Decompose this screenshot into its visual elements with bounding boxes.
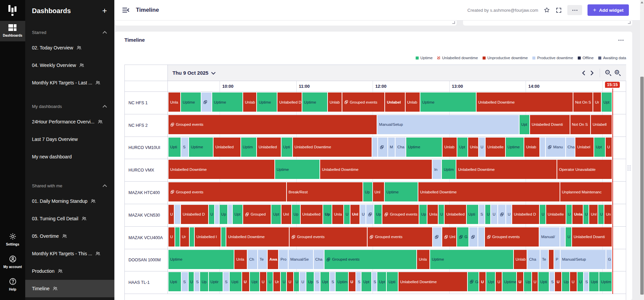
timeline-segment[interactable]: U xyxy=(583,205,589,224)
timeline-segment[interactable]: Unlabelled Downtime xyxy=(293,138,372,157)
timeline-segment[interactable]: S xyxy=(181,138,189,157)
sidebar-item-24hour-performance-overvi[interactable]: 24Hour Performance Overvi... xyxy=(25,113,114,130)
timeline-segment[interactable]: S xyxy=(479,205,485,224)
timeline-segment[interactable]: Unlabelle xyxy=(546,205,566,224)
timeline-segment[interactable]: Upti xyxy=(589,272,599,291)
timeline-segment[interactable] xyxy=(433,227,442,247)
timeline-segment[interactable]: Break/Rest xyxy=(287,182,363,201)
timeline-segment[interactable]: S xyxy=(550,272,555,291)
timeline-segment[interactable]: Unplanned Maintenanc xyxy=(560,182,612,201)
timeline-segment[interactable]: U xyxy=(491,205,497,224)
chevron-up-icon[interactable] xyxy=(103,31,107,35)
timeline-segment[interactable]: Up xyxy=(524,272,531,291)
timeline-segment[interactable] xyxy=(175,227,180,247)
timeline-segment[interactable]: Cha xyxy=(314,250,324,269)
timeline-segment[interactable]: Unlabelled Downtime xyxy=(168,160,274,179)
timeline-segment[interactable] xyxy=(190,227,194,247)
timeline-segment[interactable]: Upti xyxy=(467,205,478,224)
next-day-button[interactable] xyxy=(589,70,595,76)
timeline-segment[interactable]: S xyxy=(584,272,589,291)
timeline-segment[interactable]: Unlabel xyxy=(575,138,593,157)
timeline-segment[interactable]: Manual/Setup xyxy=(561,250,606,269)
timeline-segment[interactable]: Up xyxy=(306,272,314,291)
timeline-segment[interactable]: Unlab xyxy=(524,138,539,157)
timeline-segment[interactable]: U xyxy=(540,205,545,224)
prev-day-button[interactable] xyxy=(581,70,587,76)
sidebar-item-01-daily-morning-standup[interactable]: 01. Daily Morning Standup xyxy=(25,192,114,210)
sidebar-item-my-new-dashboard[interactable]: My new dashboard xyxy=(25,148,114,165)
timeline-segment[interactable]: M xyxy=(388,138,395,157)
timeline-segment[interactable]: Cha xyxy=(527,250,539,269)
timeline-segment[interactable] xyxy=(175,205,180,224)
timeline-segment[interactable]: S xyxy=(356,272,361,291)
timeline-segment[interactable] xyxy=(560,227,565,247)
timeline-segment[interactable]: S xyxy=(182,272,188,291)
timeline-segment[interactable]: Grouped events xyxy=(168,115,377,134)
timeline-segment[interactable]: Unla xyxy=(468,138,478,157)
timeline-segment[interactable]: Upt xyxy=(377,272,386,291)
timeline-segment[interactable] xyxy=(372,138,377,157)
timeline-segment[interactable]: Uptim xyxy=(241,138,256,157)
timeline-segment[interactable]: U xyxy=(281,272,286,291)
timeline-segment[interactable]: U xyxy=(349,272,355,291)
timeline-segment[interactable]: U xyxy=(598,205,603,224)
timeline-segment[interactable]: Uptime xyxy=(212,92,242,112)
sidebar-item-02-today-overview[interactable]: 02. Today Overview xyxy=(25,39,114,57)
timeline-segment[interactable]: Grouped events xyxy=(325,250,416,269)
timeline-segment[interactable] xyxy=(469,227,478,247)
timeline-segment[interactable]: Unlab xyxy=(406,92,420,112)
timeline-segment[interactable]: Unlabelled xyxy=(214,138,240,157)
timeline-segment[interactable]: Upt xyxy=(233,205,242,224)
timeline-segment[interactable]: Ur xyxy=(593,92,601,112)
timeline-segment[interactable]: Awa xyxy=(268,250,278,269)
timeline-segment[interactable]: Gr xyxy=(468,272,479,291)
timeline-segment[interactable]: Manual/Setup xyxy=(377,115,519,134)
timeline-segment[interactable]: S xyxy=(372,272,377,291)
collapse-sidebar-icon[interactable] xyxy=(122,6,130,14)
timeline-segment[interactable] xyxy=(478,227,484,247)
timeline-segment[interactable]: U xyxy=(168,205,174,224)
timeline-segment[interactable]: Uptim xyxy=(442,160,456,179)
timeline-segment[interactable]: U xyxy=(606,138,612,157)
timeline-segment[interactable]: Unlabelled I xyxy=(195,227,221,247)
timeline-segment[interactable]: Uptime xyxy=(189,138,213,157)
timeline-segment[interactable]: Ur xyxy=(273,272,280,291)
timeline-segment[interactable]: Uptime xyxy=(385,182,418,201)
timeline-segment[interactable]: U xyxy=(496,272,502,291)
timeline-segment[interactable]: Upt xyxy=(320,272,329,291)
timeline-segment[interactable]: Unlabelled Downtime xyxy=(418,182,559,201)
rail-item-help[interactable]: Help xyxy=(0,275,25,295)
timeline-segment[interactable]: Grouped events xyxy=(290,227,367,247)
sidebar-item-03-turning-cell-detail[interactable]: 03. Turning Cell Detail xyxy=(25,210,114,227)
timeline-segment[interactable]: G xyxy=(606,250,612,269)
widget-more-button[interactable] xyxy=(618,40,623,41)
timeline-segment[interactable] xyxy=(221,227,226,247)
timeline-segment[interactable]: U xyxy=(517,272,523,291)
timeline-segment[interactable]: Uptime xyxy=(257,92,277,112)
timeline-segment[interactable]: Unlabelled Downtime xyxy=(320,160,432,179)
fullscreen-button[interactable] xyxy=(556,7,562,13)
timeline-segment[interactable]: U xyxy=(209,205,214,224)
timeline-segment[interactable] xyxy=(498,205,505,224)
date-picker[interactable]: Thu 9 Oct 2025 xyxy=(168,70,215,76)
timeline-segment[interactable]: Grouped events xyxy=(485,227,539,247)
zoom-out-button[interactable]: − xyxy=(605,69,612,77)
timeline-segment[interactable]: Not On S xyxy=(573,92,593,112)
timeline-segment[interactable]: Up xyxy=(323,205,332,224)
timeline-segment[interactable]: U xyxy=(360,205,366,224)
timeline-segment[interactable]: Operator Unavailable xyxy=(557,160,612,179)
timeline-segment[interactable]: Uptime xyxy=(430,250,513,269)
timeline-segment[interactable]: Te xyxy=(258,250,267,269)
timeline-segment[interactable]: Grouped events xyxy=(168,182,286,201)
star-button[interactable] xyxy=(543,7,550,13)
timeline-segment[interactable]: Unlab xyxy=(328,92,342,112)
timeline-segment[interactable]: Upt xyxy=(271,205,280,224)
timeline-segment[interactable]: Unlab xyxy=(443,138,457,157)
timeline-segment[interactable]: Upt xyxy=(250,272,259,291)
timeline-segment[interactable]: Manu xyxy=(546,138,565,157)
timeline-segment[interactable]: U xyxy=(242,272,249,291)
timeline-segment[interactable]: Cha xyxy=(566,138,575,157)
timeline-segment[interactable]: U xyxy=(555,272,561,291)
timeline-segment[interactable]: U xyxy=(168,227,175,247)
timeline-segment[interactable]: Cha xyxy=(395,138,406,157)
